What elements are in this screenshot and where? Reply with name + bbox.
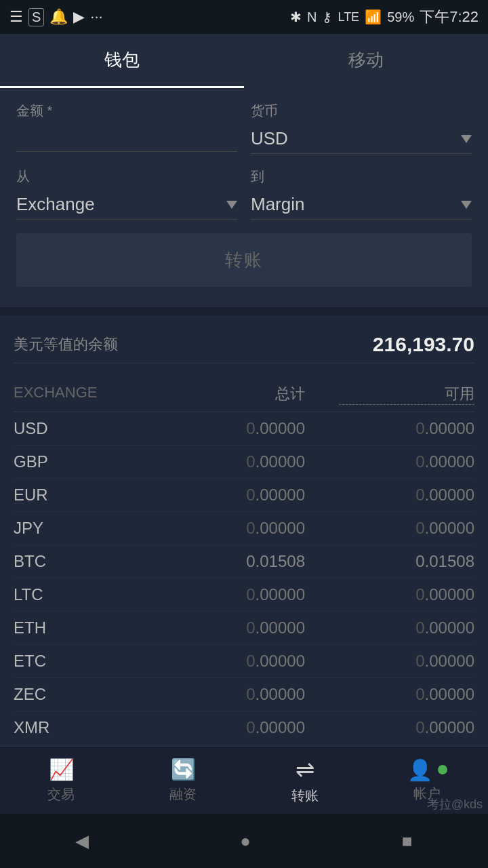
lte-label: LTE (338, 10, 359, 24)
status-left-icons: ☰ S 🔔 ▶ ··· (9, 8, 103, 26)
from-label: 从 (16, 167, 237, 186)
currency-avail: 0.00000 (339, 652, 474, 671)
table-row: JPY 0.00000 0.00000 (14, 512, 474, 545)
currency-select[interactable]: USD (251, 124, 472, 154)
to-group: 到 Margin (251, 167, 472, 220)
currency-total: 0.00000 (169, 519, 305, 538)
table-row: USD 0.00000 0.00000 (14, 412, 474, 446)
currency-name: LTC (14, 585, 136, 604)
from-dropdown-arrow (226, 201, 237, 209)
currency-name: BTC (14, 552, 136, 571)
nav-finance-label: 融资 (169, 785, 197, 804)
balance-section: 美元等值的余额 216,193.70 (0, 315, 488, 374)
nav-item-trade[interactable]: 📈 交易 (0, 747, 122, 814)
home-button[interactable]: ● (240, 831, 251, 852)
currency-avail: 0.00000 (339, 718, 474, 737)
currency-value: USD (251, 128, 455, 149)
android-nav-bar: ◀ ● ■ (0, 814, 488, 868)
currency-dropdown-arrow (461, 135, 472, 143)
currency-total: 0.00000 (169, 585, 305, 604)
to-label: 到 (251, 167, 472, 186)
balance-row: 美元等值的余额 216,193.70 (14, 326, 474, 363)
transfer-button[interactable]: 转账 (16, 233, 472, 287)
battery-label: 59% (387, 9, 414, 25)
table-row: ZEC 0.00000 0.00000 (14, 678, 474, 711)
currency-label: 货币 (251, 102, 472, 120)
account-online-dot (438, 765, 447, 774)
transfer-icon: ⇌ (296, 755, 314, 783)
currency-name: ETC (14, 652, 136, 671)
transfer-button-wrapper: 转账 (16, 233, 472, 287)
currency-avail: 0.00000 (339, 618, 474, 637)
icon-more: ··· (90, 8, 102, 26)
currency-avail: 0.01508 (339, 552, 474, 571)
currency-name: ZEC (14, 685, 136, 704)
tab-wallet[interactable]: 钱包 (0, 34, 244, 88)
amount-input[interactable] (16, 124, 237, 152)
nfc-icon: Ν (307, 9, 317, 25)
bluetooth-icon: ✱ (290, 9, 302, 25)
col-exchange-label: EXCHANGE (14, 384, 136, 405)
trade-icon: 📈 (49, 757, 74, 781)
signal-icon: 📶 (365, 9, 382, 25)
currency-total: 0.00000 (169, 685, 305, 704)
to-select[interactable]: Margin (251, 190, 472, 220)
transfer-form: 金额 * 货币 USD 从 Exchange 到 Margin (0, 88, 488, 307)
from-value: Exchange (16, 194, 221, 215)
currency-avail: 0.00000 (339, 486, 474, 505)
currency-total: 0.00000 (169, 486, 305, 505)
table-row: ETH 0.00000 0.00000 (14, 612, 474, 645)
watermark: 考拉@kds (427, 796, 483, 812)
to-dropdown-arrow (461, 201, 472, 209)
currency-avail: 0.00000 (339, 419, 474, 438)
currency-name: ETH (14, 618, 136, 637)
time-display: 下午7:22 (420, 7, 479, 27)
to-value: Margin (251, 194, 455, 215)
table-header: EXCHANGE 总计 可用 (14, 374, 474, 412)
currency-avail: 0.00000 (339, 585, 474, 604)
table-row: BTC 0.01508 0.01508 (14, 545, 474, 578)
tab-move[interactable]: 移动 (244, 34, 488, 88)
nav-transfer-label: 转账 (291, 787, 319, 805)
table-row: XMR 0.00000 0.00000 (14, 711, 474, 745)
currency-total: 0.01508 (169, 552, 305, 571)
form-row-amount-currency: 金额 * 货币 USD (16, 102, 472, 154)
icon-play: ▶ (73, 8, 85, 26)
currency-total: 0.00000 (169, 452, 305, 471)
main-tab-bar: 钱包 移动 (0, 34, 488, 88)
currency-avail: 0.00000 (339, 452, 474, 471)
currency-total: 0.00000 (169, 618, 305, 637)
nav-trade-label: 交易 (47, 785, 75, 804)
from-select[interactable]: Exchange (16, 190, 237, 220)
currency-name: JPY (14, 519, 136, 538)
table-row: EUR 0.00000 0.00000 (14, 479, 474, 512)
finance-icon: 🔄 (171, 757, 196, 781)
form-row-from-to: 从 Exchange 到 Margin (16, 167, 472, 220)
icon-menu: ☰ (9, 8, 23, 26)
col-avail-label: 可用 (339, 384, 474, 405)
currency-avail: 0.00000 (339, 685, 474, 704)
currency-name: XMR (14, 718, 136, 737)
currency-avail: 0.00000 (339, 519, 474, 538)
currency-group: 货币 USD (251, 102, 472, 154)
bottom-nav: 📈 交易 🔄 融资 ⇌ 转账 👤 帐户 (0, 746, 488, 814)
amount-group: 金额 * (16, 102, 237, 154)
balance-label: 美元等值的余额 (14, 334, 118, 355)
table-row: LTC 0.00000 0.00000 (14, 578, 474, 612)
table-row: ETC 0.00000 0.00000 (14, 645, 474, 678)
currency-total: 0.00000 (169, 652, 305, 671)
icon-notification: 🔔 (49, 8, 68, 26)
back-button[interactable]: ◀ (75, 831, 89, 852)
currency-total: 0.00000 (169, 419, 305, 438)
currency-total: 0.00000 (169, 718, 305, 737)
balance-value: 216,193.70 (373, 333, 474, 356)
table-row: GBP 0.00000 0.00000 (14, 446, 474, 479)
recent-button[interactable]: ■ (402, 831, 413, 852)
account-icon: 👤 (407, 758, 432, 782)
currency-name: GBP (14, 452, 136, 471)
currency-name: USD (14, 419, 136, 438)
from-group: 从 Exchange (16, 167, 237, 220)
icon-g: S (28, 8, 44, 26)
nav-item-finance[interactable]: 🔄 融资 (122, 747, 244, 814)
nav-item-transfer[interactable]: ⇌ 转账 (244, 747, 366, 814)
